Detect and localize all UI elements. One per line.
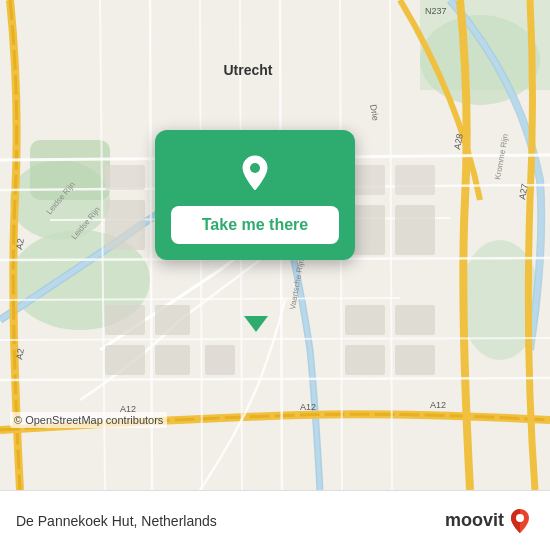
- bottom-bar: De Pannekoek Hut, Netherlands moovit: [0, 490, 550, 550]
- moovit-pin-icon: [506, 507, 534, 535]
- svg-rect-29: [395, 165, 435, 195]
- location-pin-icon: [233, 150, 277, 194]
- moovit-logo-text: moovit: [445, 510, 504, 531]
- map-container: A2 A2 A28 A27 A12 A12 A12 N237 Leidse Ri…: [0, 0, 550, 490]
- moovit-logo: moovit: [445, 507, 534, 535]
- svg-rect-38: [205, 345, 235, 375]
- svg-rect-35: [395, 305, 435, 335]
- svg-text:A12: A12: [300, 402, 316, 412]
- svg-text:A2: A2: [14, 348, 26, 361]
- take-me-there-button[interactable]: Take me there: [171, 206, 339, 244]
- copyright-text: © OpenStreetMap contributors: [10, 412, 167, 428]
- svg-rect-25: [105, 200, 145, 250]
- svg-rect-32: [105, 305, 145, 335]
- svg-rect-39: [345, 345, 385, 375]
- svg-text:N237: N237: [425, 6, 447, 16]
- svg-text:A2: A2: [14, 238, 26, 251]
- svg-point-56: [250, 163, 260, 173]
- svg-rect-37: [155, 345, 190, 375]
- svg-rect-31: [395, 205, 435, 255]
- svg-point-57: [516, 514, 524, 522]
- popup-card: Take me there: [155, 130, 355, 260]
- svg-rect-21: [105, 165, 145, 190]
- svg-rect-33: [155, 305, 190, 335]
- svg-rect-36: [105, 345, 145, 375]
- svg-text:Utrecht: Utrecht: [223, 62, 272, 78]
- svg-text:A12: A12: [430, 400, 446, 410]
- svg-rect-34: [345, 305, 385, 335]
- svg-rect-40: [395, 345, 435, 375]
- popup-arrow: [244, 316, 268, 332]
- location-name: De Pannekoek Hut, Netherlands: [16, 513, 217, 529]
